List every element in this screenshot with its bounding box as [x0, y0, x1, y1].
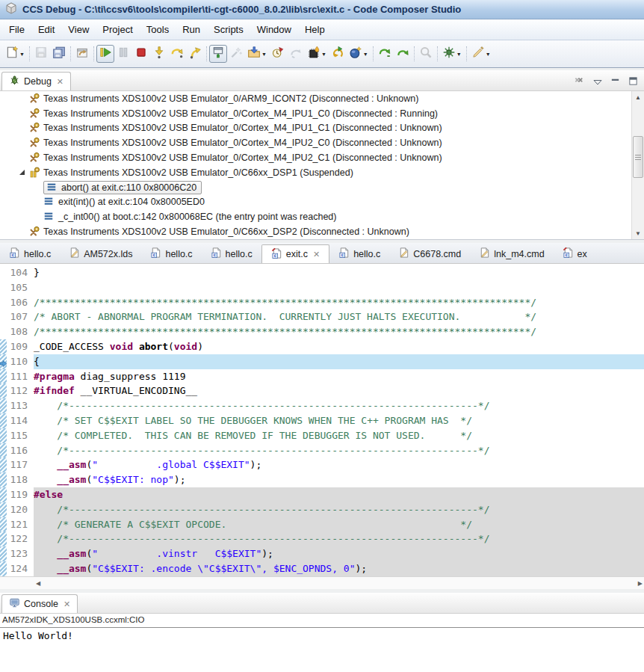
restart-button[interactable] [329, 45, 347, 63]
editor-tab-AM572x.lds[interactable]: AM572x.lds [60, 244, 141, 263]
scrollbar-thumb[interactable] [633, 136, 643, 178]
line-number[interactable]: 122 [7, 531, 34, 546]
debug-tree-item[interactable]: Texas Instruments XDS100v2 USB Emulator_… [0, 165, 644, 180]
console-output[interactable]: Hello World! [0, 628, 644, 672]
editor-tab-exit.c[interactable]: cexit.c✕ [261, 244, 329, 263]
close-icon[interactable]: ✕ [64, 599, 70, 609]
line-number[interactable]: 118 [7, 472, 34, 487]
pin-button[interactable] [469, 45, 487, 63]
step-over-button[interactable] [168, 45, 186, 63]
selected-stack-frame[interactable]: abort() at exit.c:110 0x80006C20 [43, 181, 202, 194]
reset-cpu-button[interactable] [269, 45, 287, 63]
build-button[interactable] [73, 45, 91, 63]
editor-tab-hello.c[interactable]: chello.c [141, 244, 201, 263]
remove-all-terminated-icon[interactable] [574, 75, 585, 89]
tab-console[interactable]: Console ✕ [1, 594, 78, 613]
save-button[interactable] [32, 45, 50, 63]
editor-tab-C6678.cmd[interactable]: C6678.cmd [389, 244, 470, 263]
line-number[interactable]: 110 [7, 354, 34, 369]
line-number[interactable]: 105 [7, 280, 34, 295]
new-target-config-dropdown-icon[interactable]: ▼ [363, 52, 368, 57]
editor-tab-hello.c[interactable]: chello.c [202, 244, 261, 263]
code-editor[interactable]: 104}105106/*****************************… [0, 264, 644, 576]
line-number[interactable]: 108 [7, 324, 34, 339]
editor-horizontal-scrollbar[interactable]: ◀ ▶ [0, 576, 644, 589]
step-into-button[interactable] [150, 45, 168, 63]
stack-frame-item[interactable]: Texas Instruments XDS100v2 USB Emulator_… [0, 135, 644, 150]
menu-tools[interactable]: Tools [140, 20, 176, 39]
editor-tab-hello.c[interactable]: chello.c [329, 244, 389, 263]
new-dropdown-icon[interactable]: ▼ [19, 52, 25, 57]
profile-button[interactable] [417, 45, 435, 63]
menu-project[interactable]: Project [96, 20, 139, 39]
view-menu-icon[interactable] [593, 75, 602, 89]
menu-view[interactable]: View [61, 20, 96, 39]
line-number[interactable]: 106 [7, 295, 34, 310]
analysis-dropdown-icon[interactable]: ▼ [456, 52, 462, 57]
line-number[interactable]: 116 [7, 443, 34, 458]
line-number[interactable]: 124 [7, 561, 34, 576]
menu-run[interactable]: Run [176, 20, 207, 39]
close-icon[interactable]: ✕ [313, 250, 320, 259]
analysis-button[interactable] [440, 45, 458, 63]
menu-file[interactable]: File [2, 20, 31, 39]
save-all-button[interactable] [50, 45, 68, 63]
connect-target-button[interactable] [209, 45, 227, 63]
new-target-config-button[interactable] [347, 45, 365, 63]
restore-state-button[interactable] [287, 45, 305, 63]
pin-dropdown-icon[interactable]: ▼ [486, 52, 491, 57]
line-number[interactable]: 104 [7, 265, 34, 280]
line-number[interactable]: 115 [7, 428, 34, 443]
load-program-dropdown-icon[interactable]: ▼ [261, 52, 267, 57]
line-number[interactable]: 121 [7, 517, 34, 532]
tab-debug[interactable]: Debug ✕ [1, 72, 71, 90]
line-number[interactable]: 111 [7, 369, 34, 384]
suspend-button[interactable] [114, 45, 132, 63]
line-number[interactable]: 123 [7, 546, 34, 561]
stack-frame-item[interactable]: abort() at exit.c:110 0x80006C20 [0, 180, 644, 195]
menu-window[interactable]: Window [250, 20, 298, 39]
line-number[interactable]: 114 [7, 413, 34, 428]
minimize-icon[interactable] [610, 75, 620, 89]
annotation-column [0, 487, 7, 502]
line-number[interactable]: 119 [7, 487, 34, 502]
expander-icon[interactable] [19, 170, 25, 175]
editor-tab-hello.c[interactable]: chello.c [0, 244, 60, 263]
asm-step-over-button[interactable] [394, 45, 412, 63]
stack-frame-item[interactable]: _c_int00() at boot.c:142 0x800068EC (the… [0, 209, 644, 224]
stack-frame-item[interactable]: Texas Instruments XDS100v2 USB Emulator_… [0, 121, 644, 136]
editor-tab-lnk_m4.cmd[interactable]: lnk_m4.cmd [470, 244, 553, 263]
close-icon[interactable]: ✕ [57, 77, 64, 87]
scroll-right-icon[interactable]: ▶ [638, 580, 643, 587]
stack-frame-item[interactable]: Texas Instruments XDS100v2 USB Emulator_… [0, 150, 644, 165]
stack-frame-item[interactable]: Texas Instruments XDS100v2 USB Emulator_… [0, 106, 644, 121]
line-number[interactable]: 109 [7, 339, 34, 354]
stack-frame-item[interactable]: Texas Instruments XDS100v2 USB Emulator_… [0, 224, 644, 239]
tree-vertical-scrollbar[interactable]: ▲▼ [631, 91, 644, 239]
scroll-down-icon[interactable]: ▼ [632, 227, 644, 239]
menu-edit[interactable]: Edit [31, 20, 61, 39]
scroll-left-icon[interactable]: ◀ [36, 580, 40, 587]
stack-frame-item[interactable]: exit(int)() at exit.c:104 0x80005ED0 [0, 195, 644, 210]
asm-step-into-button[interactable] [376, 45, 394, 63]
line-number[interactable]: 113 [7, 398, 34, 413]
editor-tab-ex[interactable]: cex [554, 244, 596, 263]
code-line: 120 /*----------------------------------… [0, 502, 644, 517]
line-number[interactable]: 117 [7, 457, 34, 472]
resume-button[interactable] [96, 45, 114, 63]
line-number[interactable]: 112 [7, 383, 34, 398]
scroll-up-icon[interactable]: ▲ [632, 91, 644, 103]
new-button[interactable] [3, 45, 21, 63]
menu-help[interactable]: Help [298, 20, 332, 39]
flash-dropdown-icon[interactable]: ▼ [321, 52, 326, 57]
menu-scripts[interactable]: Scripts [207, 20, 250, 39]
stack-frame-item[interactable]: Texas Instruments XDS100v2 USB Emulator_… [0, 91, 644, 106]
line-number[interactable]: 120 [7, 502, 34, 517]
load-program-button[interactable] [245, 45, 263, 63]
maximize-icon[interactable] [628, 75, 638, 89]
line-number[interactable]: 107 [7, 309, 34, 324]
auto-connect-button[interactable] [227, 45, 245, 63]
flash-button[interactable] [305, 45, 323, 63]
step-return-button[interactable] [186, 45, 204, 63]
terminate-button[interactable] [132, 45, 150, 63]
